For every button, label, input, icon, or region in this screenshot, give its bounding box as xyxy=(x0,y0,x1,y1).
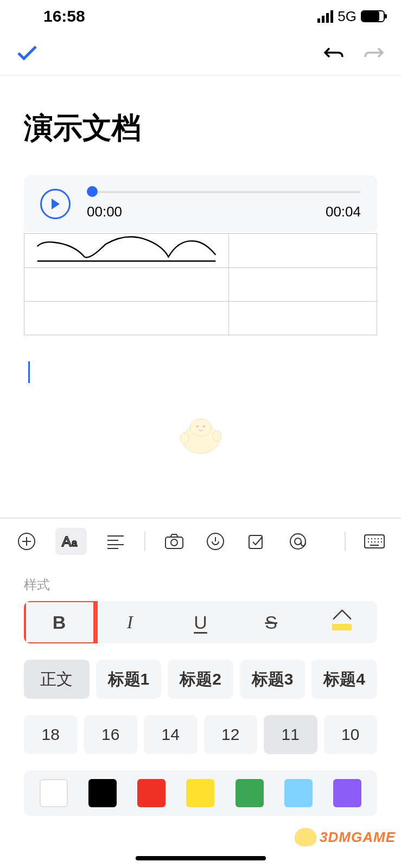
italic-button[interactable]: I xyxy=(94,601,165,643)
status-bar: 16:58 5G xyxy=(0,0,401,33)
size-chip[interactable]: 11 xyxy=(264,715,317,754)
divider xyxy=(345,532,346,551)
undo-button[interactable] xyxy=(323,45,345,62)
underline-button[interactable]: U xyxy=(165,601,235,643)
strikethrough-button[interactable]: S xyxy=(236,601,307,643)
svg-point-5 xyxy=(180,433,189,444)
add-button[interactable] xyxy=(14,529,39,554)
home-indicator[interactable] xyxy=(136,856,266,860)
audio-slider[interactable] xyxy=(87,187,361,196)
text-style-button[interactable]: Aa xyxy=(55,528,87,555)
style-panel: 样式 B I U S 正文标题1标题2标题3标题4 181614121110 xyxy=(0,564,401,868)
bold-button[interactable]: B xyxy=(24,601,94,643)
content-table[interactable] xyxy=(24,233,377,335)
heading-chip[interactable]: 标题2 xyxy=(168,660,233,699)
watermark: 3DMGAME xyxy=(295,828,396,846)
camera-button[interactable] xyxy=(162,529,187,554)
audio-duration: 00:04 xyxy=(326,203,361,220)
table-cell[interactable] xyxy=(24,234,229,268)
heading-chip[interactable]: 标题4 xyxy=(311,660,377,699)
svg-rect-13 xyxy=(249,535,262,548)
svg-point-3 xyxy=(196,425,199,427)
text-cursor xyxy=(28,361,30,383)
size-chip[interactable]: 10 xyxy=(324,715,378,754)
table-cell[interactable] xyxy=(229,268,377,302)
svg-point-15 xyxy=(295,538,301,545)
heading-row: 正文标题1标题2标题3标题4 xyxy=(24,660,377,699)
battery-icon xyxy=(361,10,385,22)
editor-area[interactable]: 演示文档 00:00 00:04 xyxy=(0,76,401,383)
mascot-icon xyxy=(174,412,228,456)
document-title[interactable]: 演示文档 xyxy=(24,108,377,148)
color-swatch[interactable] xyxy=(88,779,117,807)
table-cell[interactable] xyxy=(229,234,377,268)
top-toolbar xyxy=(0,33,401,76)
play-button[interactable] xyxy=(40,189,71,219)
heading-chip[interactable]: 正文 xyxy=(24,660,90,699)
svg-text:A: A xyxy=(62,533,72,550)
format-toolbar: Aa xyxy=(0,518,401,564)
size-chip[interactable]: 16 xyxy=(84,715,138,754)
size-chip[interactable]: 12 xyxy=(204,715,258,754)
color-swatch[interactable] xyxy=(40,779,68,807)
heading-chip[interactable]: 标题1 xyxy=(96,660,162,699)
mention-button[interactable] xyxy=(285,529,310,554)
handwriting-icon xyxy=(24,234,228,265)
table-cell[interactable] xyxy=(24,268,229,302)
color-swatch[interactable] xyxy=(284,779,313,807)
color-swatch[interactable] xyxy=(235,779,264,807)
voice-button[interactable] xyxy=(203,529,228,554)
signal-icon xyxy=(317,10,333,23)
color-swatch[interactable] xyxy=(137,779,166,807)
size-row: 181614121110 xyxy=(24,715,377,754)
table-cell[interactable] xyxy=(229,302,377,335)
svg-point-4 xyxy=(203,425,205,427)
size-chip[interactable]: 18 xyxy=(24,715,78,754)
align-button[interactable] xyxy=(103,529,128,554)
color-swatch[interactable] xyxy=(186,779,214,807)
audio-current-time: 00:00 xyxy=(87,203,122,220)
heading-chip[interactable]: 标题3 xyxy=(240,660,305,699)
color-swatch[interactable] xyxy=(333,779,361,807)
highlight-button[interactable] xyxy=(307,601,377,643)
svg-point-6 xyxy=(213,431,221,442)
divider xyxy=(144,532,145,551)
size-chip[interactable]: 14 xyxy=(144,715,198,754)
table-cell[interactable] xyxy=(24,302,229,335)
done-button[interactable] xyxy=(16,44,38,63)
svg-text:a: a xyxy=(72,538,78,548)
text-style-row: B I U S xyxy=(24,601,377,643)
svg-point-11 xyxy=(171,539,177,546)
redo-button[interactable] xyxy=(363,45,385,62)
watermark-icon xyxy=(295,828,316,846)
network-label: 5G xyxy=(338,8,357,25)
svg-point-2 xyxy=(190,419,212,436)
status-right: 5G xyxy=(317,8,385,25)
watermark-text: 3DMGAME xyxy=(320,829,396,846)
checklist-button[interactable] xyxy=(244,529,269,554)
keyboard-button[interactable] xyxy=(362,529,387,554)
color-row xyxy=(24,770,377,816)
svg-point-14 xyxy=(290,534,305,549)
audio-player: 00:00 00:04 xyxy=(24,175,377,232)
status-time: 16:58 xyxy=(43,7,85,25)
panel-label: 样式 xyxy=(24,576,377,593)
